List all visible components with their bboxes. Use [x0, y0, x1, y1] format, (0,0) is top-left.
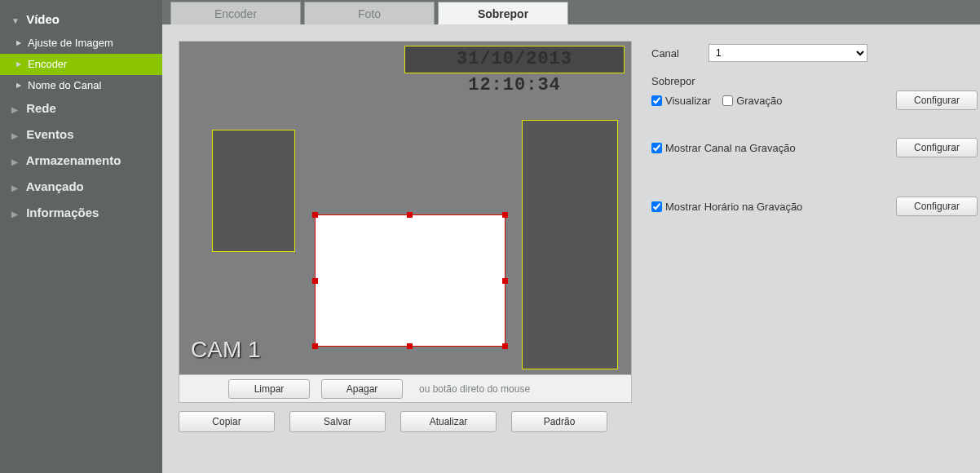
nav-sub-nome[interactable]: Nome do Canal	[0, 75, 162, 96]
panel: 31/10/2013 12:10:34 CAM 1	[162, 24, 980, 473]
chevron-right-icon: ▶	[11, 124, 20, 148]
osd-timestamp[interactable]: 31/10/2013 12:10:34	[404, 46, 625, 73]
chevron-right-icon: ▶	[11, 202, 20, 227]
nav-eventos-label: Eventos	[26, 127, 73, 141]
resize-handle-ne[interactable]	[502, 212, 508, 218]
refresh-button[interactable]: Atualizar	[400, 411, 497, 432]
resize-handle-sw[interactable]	[312, 343, 318, 349]
overlay-configure-button[interactable]: Configurar	[896, 91, 978, 110]
nav-avancado[interactable]: ▶ Avançado	[0, 175, 162, 201]
overlay-section-title: Sobrepor	[651, 75, 965, 87]
show-channel-row: Mostrar Canal na Gravação Configurar	[651, 138, 978, 157]
save-button[interactable]: Salvar	[289, 411, 386, 432]
channel-select[interactable]: 1	[709, 44, 867, 62]
main: Encoder Foto Sobrepor 31/10/2013 12:10:3…	[162, 0, 980, 473]
resize-handle-nw[interactable]	[312, 212, 318, 218]
resize-handle-se[interactable]	[502, 343, 508, 349]
tab-encoder-label: Encoder	[214, 7, 257, 20]
mask-region-1[interactable]	[212, 130, 295, 252]
video-preview[interactable]: 31/10/2013 12:10:34 CAM 1	[179, 41, 632, 375]
osd-camera-label[interactable]: CAM 1	[191, 337, 261, 363]
nav-rede-label: Rede	[26, 101, 56, 115]
chevron-down-icon: ▼	[11, 10, 20, 33]
nav-sub-encoder-label: Encoder	[28, 58, 67, 70]
resize-handle-s[interactable]	[407, 343, 413, 349]
nav-informacoes[interactable]: ▶ Informações	[0, 201, 162, 227]
tab-encoder[interactable]: Encoder	[170, 2, 301, 24]
tab-sobrepor-label: Sobrepor	[478, 7, 528, 20]
show-time-row: Mostrar Horário na Gravação Configurar	[651, 197, 978, 216]
clear-button[interactable]: Limpar	[228, 379, 310, 399]
toolbar-hint: ou botão direto do mouse	[419, 383, 530, 395]
tab-foto[interactable]: Foto	[304, 2, 435, 24]
nav-rede[interactable]: ▶ Rede	[0, 96, 162, 122]
tab-foto-label: Foto	[358, 7, 381, 20]
nav-eventos[interactable]: ▶ Eventos	[0, 122, 162, 148]
nav-video-label: Vídeo	[26, 12, 60, 26]
preview-wrap: 31/10/2013 12:10:34 CAM 1	[179, 41, 632, 432]
show-time-checkbox[interactable]	[651, 201, 662, 212]
overlay-options-row: Visualizar Gravação Configurar	[651, 91, 978, 110]
chevron-right-icon: ▶	[11, 150, 20, 175]
nav-avancado-label: Avançado	[26, 179, 84, 193]
nav-armazenamento[interactable]: ▶ Armazenamento	[0, 148, 162, 175]
default-button[interactable]: Padrão	[511, 411, 607, 432]
record-checkbox-label: Gravação	[736, 95, 782, 107]
resize-handle-n[interactable]	[407, 212, 413, 218]
chevron-right-icon: ▶	[11, 176, 20, 201]
channel-row: Canal 1	[651, 42, 965, 64]
tab-bar: Encoder Foto Sobrepor	[162, 0, 980, 24]
sidebar: ▼ Vídeo Ajuste de Imagem Encoder Nome do…	[0, 0, 162, 473]
nav-sub-nome-label: Nome do Canal	[28, 79, 101, 91]
nav-sub-ajuste-label: Ajuste de Imagem	[28, 37, 113, 49]
nav-video[interactable]: ▼ Vídeo	[0, 0, 162, 33]
erase-button[interactable]: Apagar	[321, 379, 403, 399]
show-time-label: Mostrar Horário na Gravação	[665, 201, 802, 213]
show-channel-checkbox[interactable]	[651, 143, 662, 153]
nav-sub-encoder[interactable]: Encoder	[0, 54, 162, 75]
channel-configure-button[interactable]: Configurar	[896, 138, 978, 157]
nav-informacoes-label: Informações	[26, 206, 99, 219]
time-configure-button[interactable]: Configurar	[896, 197, 978, 216]
nav-sub-ajuste[interactable]: Ajuste de Imagem	[0, 33, 162, 54]
view-checkbox[interactable]	[651, 95, 662, 106]
nav-armazenamento-label: Armazenamento	[26, 153, 121, 167]
copy-button[interactable]: Copiar	[179, 411, 275, 432]
view-checkbox-label: Visualizar	[665, 95, 711, 107]
chevron-right-icon: ▶	[11, 98, 20, 122]
show-channel-label: Mostrar Canal na Gravação	[665, 142, 796, 154]
mask-region-selected[interactable]	[315, 214, 505, 347]
mask-region-2[interactable]	[522, 120, 618, 369]
resize-handle-w[interactable]	[312, 278, 318, 284]
record-checkbox[interactable]	[722, 95, 733, 106]
settings-column: Canal 1 Sobrepor Visualizar Gravação Con…	[651, 41, 965, 216]
resize-handle-e[interactable]	[502, 278, 508, 284]
tab-sobrepor[interactable]: Sobrepor	[438, 2, 568, 24]
channel-label: Canal	[651, 47, 709, 60]
bottom-buttons: Copiar Salvar Atualizar Padrão	[179, 411, 632, 432]
preview-toolbar: Limpar Apagar ou botão direto do mouse	[179, 375, 632, 403]
